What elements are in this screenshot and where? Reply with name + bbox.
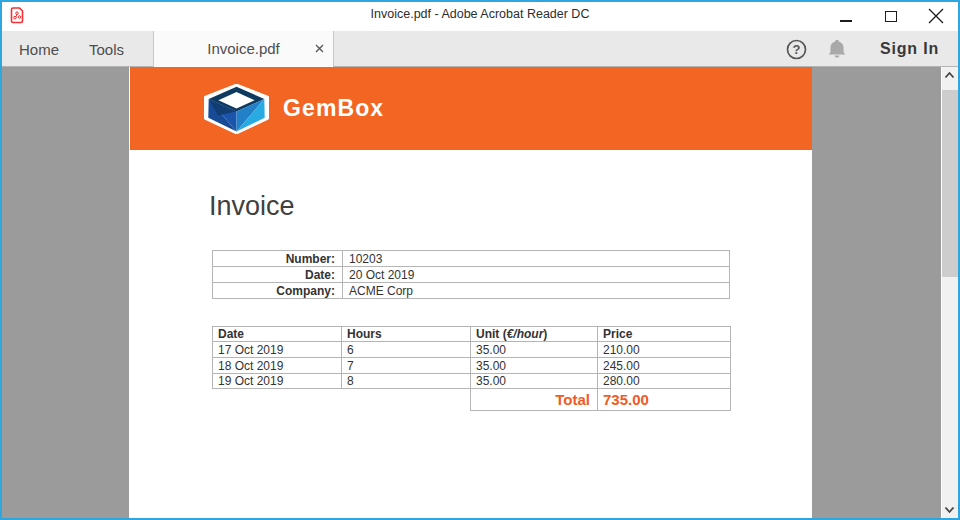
- svg-text:?: ?: [793, 42, 801, 57]
